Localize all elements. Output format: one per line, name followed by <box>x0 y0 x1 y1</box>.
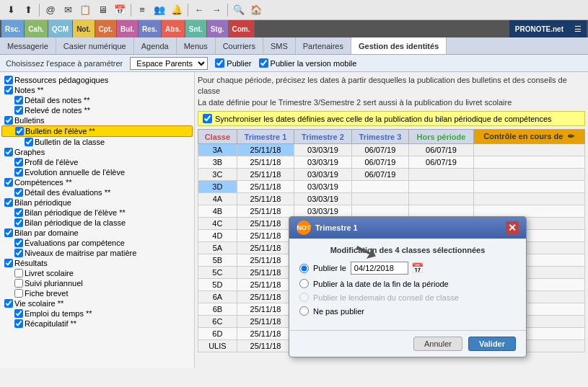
tree-bilan-domaine[interactable]: Bilan par domaine <box>1 228 193 238</box>
table-cell[interactable]: ULIS <box>198 340 237 352</box>
qn-rsc[interactable]: Rsc. <box>1 20 25 37</box>
tree-detail-eval[interactable]: Détail des évaluations ** <box>1 187 193 197</box>
th-hors[interactable]: Hors période <box>409 130 474 144</box>
tree-evolution[interactable]: Evolution annuelle de l'élève <box>1 167 193 177</box>
table-cell[interactable] <box>351 193 408 205</box>
table-cell[interactable] <box>351 181 408 193</box>
modal-close-button[interactable]: ✕ <box>506 221 519 234</box>
table-cell[interactable]: 25/11/18 <box>237 254 294 267</box>
table-cell[interactable]: 06/07/19 <box>351 144 408 156</box>
cb-bulletin-classe[interactable] <box>25 138 33 146</box>
table-cell[interactable]: 25/11/18 <box>237 230 294 242</box>
table-cell[interactable]: 3A <box>198 144 237 156</box>
tree-bilan-periodique[interactable]: Bilan périodique <box>1 197 193 208</box>
publish-checkbox-label[interactable]: Publier <box>215 58 251 68</box>
table-cell[interactable]: 25/11/18 <box>237 279 294 291</box>
table-cell[interactable]: 6B <box>198 303 237 316</box>
table-cell[interactable]: 4B <box>198 205 237 218</box>
table-cell[interactable]: 25/11/18 <box>237 340 294 352</box>
tree-niveaux[interactable]: Niveaux de maitrise par matière <box>1 248 193 258</box>
th-t3[interactable]: Trimestre 3 <box>351 130 408 144</box>
table-cell[interactable]: 03/03/19 <box>294 156 351 169</box>
cb-releve-notes[interactable] <box>14 106 23 115</box>
qn-hamburger[interactable]: ☰ <box>569 20 587 37</box>
cb-suivi[interactable] <box>14 279 23 288</box>
cb-bilan-classe[interactable] <box>14 218 23 227</box>
radio-opt1[interactable] <box>299 264 309 273</box>
tree-releve-notes[interactable]: Relevé de notes ** <box>1 105 193 115</box>
qn-abs[interactable]: Abs. <box>162 20 185 37</box>
table-cell[interactable] <box>473 181 584 193</box>
search-icon[interactable]: 🔍 <box>231 2 247 18</box>
menu-messagerie[interactable]: Messagerie <box>0 37 56 54</box>
cb-detail-eval[interactable] <box>14 188 23 197</box>
table-row[interactable]: 3B25/11/1803/03/1906/07/1906/07/19 <box>198 156 585 169</box>
table-cell[interactable]: 3C <box>198 169 237 181</box>
cb-eval-competence[interactable] <box>14 239 23 247</box>
tree-ressources[interactable]: Ressources pédagogiques <box>1 75 193 85</box>
publish-checkbox[interactable] <box>215 58 224 68</box>
table-cell[interactable] <box>473 193 584 205</box>
table-cell[interactable]: 6D <box>198 328 237 340</box>
table-cell[interactable]: 25/11/18 <box>237 144 294 156</box>
tree-vie-scolaire[interactable]: Vie scolaire ** <box>1 298 193 308</box>
cb-vie-scolaire[interactable] <box>4 299 13 308</box>
table-cell[interactable] <box>473 169 584 181</box>
home-icon[interactable]: 🏠 <box>248 2 264 18</box>
cb-ressources[interactable] <box>4 76 13 84</box>
cb-fiche-brevet[interactable] <box>14 289 23 298</box>
cb-profil-eleve[interactable] <box>14 158 23 166</box>
table-cell[interactable] <box>409 193 474 205</box>
table-row[interactable]: 3C25/11/1803/03/1906/07/19 <box>198 169 585 181</box>
table-row[interactable]: 3D25/11/1803/03/19 <box>198 181 585 193</box>
table-cell[interactable]: 25/11/18 <box>237 181 294 193</box>
th-t2[interactable]: Trimestre 2 <box>294 130 351 144</box>
tree-bulletins[interactable]: Bulletins <box>1 115 193 125</box>
qn-cah[interactable]: Cah. <box>25 20 48 37</box>
cb-evolution[interactable] <box>14 168 23 177</box>
tree-suivi[interactable]: Suivi pluriannuel <box>1 278 193 288</box>
qn-not[interactable]: Not. <box>73 20 95 37</box>
modal-option-2[interactable]: Publier à la date de la fin de la périod… <box>299 279 516 288</box>
table-cell[interactable]: 03/03/19 <box>294 144 351 156</box>
table-row[interactable]: 3A25/11/1803/03/1906/07/1906/07/19 <box>198 144 585 156</box>
table-cell[interactable] <box>409 169 474 181</box>
tree-profil-eleve[interactable]: Profil de l'élève <box>1 157 193 167</box>
table-cell[interactable]: 5A <box>198 242 237 254</box>
table-cell[interactable] <box>473 144 584 156</box>
table-cell[interactable]: 06/07/19 <box>351 169 408 181</box>
table-cell[interactable]: 25/11/18 <box>237 169 294 181</box>
table-cell[interactable]: 25/11/18 <box>237 316 294 328</box>
tree-notes[interactable]: Notes ** <box>1 85 193 95</box>
screen-icon[interactable]: 🖥 <box>95 2 110 18</box>
table-cell[interactable]: 5D <box>198 279 237 291</box>
cb-livret[interactable] <box>14 269 23 277</box>
tree-fiche-brevet[interactable]: Fiche brevet <box>1 288 193 298</box>
menu-courriers[interactable]: Courriers <box>216 37 263 54</box>
sync-checkbox[interactable] <box>203 114 212 123</box>
cb-bilan-eleve[interactable] <box>14 208 23 217</box>
clipboard-icon[interactable]: 📋 <box>77 2 93 18</box>
table-cell[interactable]: 25/11/18 <box>237 218 294 230</box>
table-cell[interactable]: 03/03/19 <box>294 169 351 181</box>
calendar-toolbar-icon[interactable]: 📅 <box>112 2 128 18</box>
bell-icon[interactable]: 🔔 <box>169 2 185 18</box>
table-cell[interactable]: 06/07/19 <box>409 144 474 156</box>
table-cell[interactable]: 03/03/19 <box>294 181 351 193</box>
tree-recapitulatif[interactable]: Récapitulatif ** <box>1 319 193 329</box>
back-icon[interactable]: ← <box>191 2 207 18</box>
table-cell[interactable]: 25/11/18 <box>237 156 294 169</box>
cb-bulletin-eleve[interactable] <box>15 127 24 135</box>
table-cell[interactable]: 5C <box>198 267 237 279</box>
pronote-link[interactable]: PRONOTE.net <box>509 20 569 37</box>
menu-sms[interactable]: SMS <box>263 37 296 54</box>
tree-eval-competence[interactable]: Évaluations par compétence <box>1 238 193 248</box>
table-cell[interactable] <box>473 156 584 169</box>
table-cell[interactable]: 06/07/19 <box>351 156 408 169</box>
radio-opt2[interactable] <box>299 279 309 288</box>
table-cell[interactable]: 3B <box>198 156 237 169</box>
modal-option-1[interactable]: Publier le 📅 <box>299 262 516 275</box>
tree-bulletin-eleve[interactable]: Bulletin de l'élève ** <box>1 125 193 137</box>
users-icon[interactable]: 👥 <box>152 2 167 18</box>
forward-icon[interactable]: → <box>209 2 224 18</box>
